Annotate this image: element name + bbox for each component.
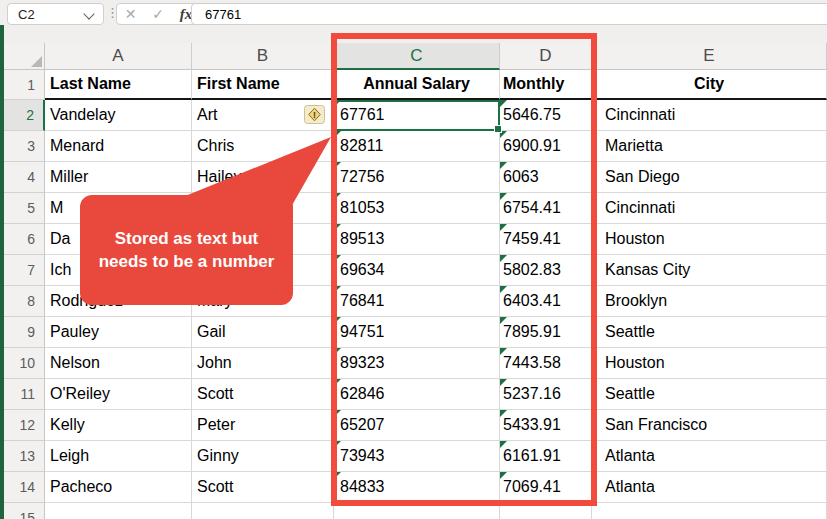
cell-B15[interactable] [192,503,334,519]
cell-C13[interactable]: 73943 [334,441,500,472]
cell-D2[interactable]: 5646.75 [500,100,592,131]
cell-A2[interactable]: Vandelay [45,100,192,131]
cell-A13[interactable]: Leigh [45,441,192,472]
cell-B3[interactable]: Chris [192,131,334,162]
row-header-12[interactable]: 12 [4,410,45,441]
column-header-b[interactable]: B [192,43,334,70]
row-header-3[interactable]: 3 [4,131,45,162]
cell-E5[interactable]: Cincinnati [592,193,827,224]
row-header-9[interactable]: 9 [4,317,45,348]
cell-E2[interactable]: Cincinnati [592,100,827,131]
cell-B1[interactable]: First Name [192,70,334,100]
column-header-e[interactable]: E [592,43,827,70]
cancel-icon[interactable]: ✕ [125,7,137,21]
row-header-11[interactable]: 11 [4,379,45,410]
row-header-15[interactable]: 15 [4,503,45,519]
row-header-4[interactable]: 4 [4,162,45,193]
cell-E3[interactable]: Marietta [592,131,827,162]
row-header-7[interactable]: 7 [4,255,45,286]
cell-C4[interactable]: 72756 [334,162,500,193]
cell-C8[interactable]: 76841 [334,286,500,317]
row-header-8[interactable]: 8 [4,286,45,317]
enter-icon[interactable]: ✓ [152,7,164,21]
cell-B12[interactable]: Peter [192,410,334,441]
row-header-1[interactable]: 1 [4,70,45,100]
cell-B14[interactable]: Scott [192,472,334,503]
callout-bubble: Stored as text but needs to be a number [80,195,293,305]
row-header-6[interactable]: 6 [4,224,45,255]
column-header-d[interactable]: D [500,43,592,70]
fill-handle[interactable] [494,125,502,133]
cell-E9[interactable]: Seattle [592,317,827,348]
cell-D7[interactable]: 5802.83 [500,255,592,286]
cell-D13[interactable]: 6161.91 [500,441,592,472]
cell-D8[interactable]: 6403.41 [500,286,592,317]
cell-C5[interactable]: 81053 [334,193,500,224]
cell-A3[interactable]: Menard [45,131,192,162]
cell-A4[interactable]: Miller [45,162,192,193]
cell-E13[interactable]: Atlanta [592,441,827,472]
cell-E12[interactable]: San Francisco [592,410,827,441]
row-header-2[interactable]: 2 [4,100,45,131]
cell-D1[interactable]: Monthly [500,70,592,100]
cell-E6[interactable]: Houston [592,224,827,255]
row-header-5[interactable]: 5 [4,193,45,224]
cell-B10[interactable]: John [192,348,334,379]
cell-C6[interactable]: 89513 [334,224,500,255]
cell-E14[interactable]: Atlanta [592,472,827,503]
cell-E7[interactable]: Kansas City [592,255,827,286]
cell-C15[interactable] [334,503,500,519]
formula-input[interactable]: 67761 [191,3,827,25]
sheet-row-3: 3MenardChris828116900.91Marietta [4,131,827,162]
cell-A9[interactable]: Pauley [45,317,192,348]
name-box[interactable]: C2 [7,3,104,25]
cell-C9[interactable]: 94751 [334,317,500,348]
column-header-c[interactable]: C [334,43,500,70]
sheet-row-12: 12KellyPeter652075433.91San Francisco [4,410,827,441]
cell-D10[interactable]: 7443.58 [500,348,592,379]
cell-C10[interactable]: 89323 [334,348,500,379]
cell-C14[interactable]: 84833 [334,472,500,503]
sheet-row-10: 10NelsonJohn893237443.58Houston [4,348,827,379]
sheet-row-2: 2VandelayArt677615646.75Cincinnati [4,100,827,131]
cell-B4[interactable]: Hailey [192,162,334,193]
cell-A1[interactable]: Last Name [45,70,192,100]
cell-C1[interactable]: Annual Salary [334,70,500,100]
column-header-a[interactable]: A [45,43,192,70]
cell-E11[interactable]: Seattle [592,379,827,410]
cell-E15[interactable] [592,503,827,519]
row-header-10[interactable]: 10 [4,348,45,379]
sheet-row-9: 9PauleyGail947517895.91Seattle [4,317,827,348]
cell-B9[interactable]: Gail [192,317,334,348]
cell-A10[interactable]: Nelson [45,348,192,379]
cell-D5[interactable]: 6754.41 [500,193,592,224]
cell-D4[interactable]: 6063 [500,162,592,193]
chevron-down-icon[interactable] [83,8,94,19]
cell-D6[interactable]: 7459.41 [500,224,592,255]
cell-D3[interactable]: 6900.91 [500,131,592,162]
cell-D15[interactable] [500,503,592,519]
cell-E10[interactable]: Houston [592,348,827,379]
cell-A11[interactable]: O'Reiley [45,379,192,410]
cell-D9[interactable]: 7895.91 [500,317,592,348]
cell-C2[interactable]: 67761 [334,100,500,131]
cell-D11[interactable]: 5237.16 [500,379,592,410]
cell-C11[interactable]: 62846 [334,379,500,410]
row-header-14[interactable]: 14 [4,472,45,503]
cell-C12[interactable]: 65207 [334,410,500,441]
cell-A15[interactable] [45,503,192,519]
select-all-corner[interactable] [4,43,45,70]
cell-C3[interactable]: 82811 [334,131,500,162]
cell-D14[interactable]: 7069.41 [500,472,592,503]
cell-E8[interactable]: Brooklyn [592,286,827,317]
cell-E1[interactable]: City [592,70,827,100]
cell-D12[interactable]: 5433.91 [500,410,592,441]
cell-B11[interactable]: Scott [192,379,334,410]
cell-E4[interactable]: San Diego [592,162,827,193]
cell-B13[interactable]: Ginny [192,441,334,472]
row-header-13[interactable]: 13 [4,441,45,472]
cell-A12[interactable]: Kelly [45,410,192,441]
cell-C7[interactable]: 69634 [334,255,500,286]
error-options-button[interactable]: ! [304,105,325,124]
cell-A14[interactable]: Pacheco [45,472,192,503]
